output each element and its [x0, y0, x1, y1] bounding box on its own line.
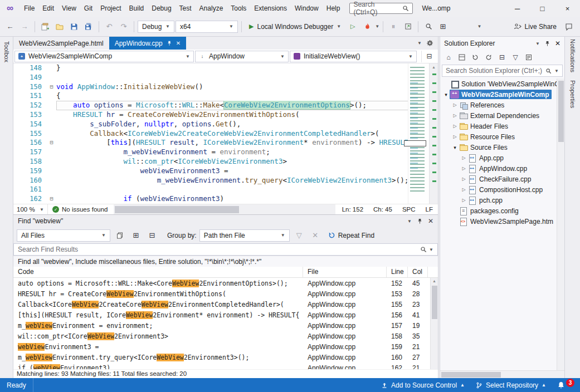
- pin-icon[interactable]: [544, 41, 550, 47]
- chevron-collapsed-icon[interactable]: ▷: [460, 198, 467, 203]
- menu-project[interactable]: Project: [96, 0, 125, 17]
- feedback-icon[interactable]: [562, 20, 576, 33]
- eol-indicator[interactable]: LF: [421, 206, 438, 213]
- save-icon[interactable]: [67, 20, 81, 33]
- code-line[interactable]: 161: [13, 185, 438, 194]
- close-panel-icon[interactable]: ✕: [428, 217, 433, 225]
- code-line[interactable]: 148}: [13, 63, 438, 73]
- break-all-icon[interactable]: ⏸: [387, 20, 400, 33]
- menu-build[interactable]: Build: [125, 0, 148, 17]
- tree-item[interactable]: ▷CheckFailure.cpp: [440, 174, 564, 184]
- filter-icon[interactable]: ▽: [510, 52, 520, 63]
- column-header-code[interactable]: Code: [13, 267, 303, 277]
- solution-explorer-horizontal-scrollbar[interactable]: [440, 370, 564, 378]
- solution-configuration-combo[interactable]: Debug▼: [138, 21, 174, 33]
- start-debugging-button[interactable]: ▶ Local Windows Debugger ▼: [245, 20, 345, 33]
- code-line[interactable]: 156⊟ [this](HRESULT result, ICoreWebView…: [13, 138, 438, 148]
- project-dropdown[interactable]: + WebView2SampleWinComp ▼: [14, 51, 194, 62]
- gear-icon[interactable]: [426, 40, 433, 47]
- find-result-row[interactable]: wil::com_ptr<ICoreWebView2Environment3>A…: [13, 331, 438, 341]
- attach-to-process-icon[interactable]: [401, 20, 415, 33]
- clear-results-icon[interactable]: ✕: [309, 229, 322, 242]
- chevron-collapsed-icon[interactable]: ▷: [451, 124, 459, 129]
- find-in-files-icon[interactable]: [422, 20, 435, 33]
- chevron-expanded-icon[interactable]: ▾: [442, 92, 450, 97]
- start-without-debugging-icon[interactable]: ▷: [346, 20, 359, 33]
- spaces-indicator[interactable]: SPC: [397, 206, 421, 213]
- tree-item[interactable]: ▾WebView2SampleWinComp: [440, 89, 564, 100]
- tree-item[interactable]: ▷App.cpp: [440, 153, 564, 163]
- fold-marker[interactable]: ⊟: [47, 194, 56, 204]
- tab-webview2samplepage[interactable]: WebView2SamplePage.html: [13, 37, 109, 50]
- issues-indicator[interactable]: ✓ No issues found: [48, 204, 112, 214]
- tree-item[interactable]: ▷Resource Files: [440, 131, 564, 142]
- chevron-expanded-icon[interactable]: ▾: [451, 145, 459, 150]
- chevron-collapsed-icon[interactable]: ▷: [460, 177, 467, 182]
- fold-marker[interactable]: ⊟: [47, 138, 56, 148]
- hot-reload-icon[interactable]: [360, 20, 374, 33]
- solution-explorer-vertical-scrollbar[interactable]: [557, 79, 564, 370]
- menu-edit[interactable]: Edit: [38, 0, 58, 17]
- tree-item[interactable]: ▷AppWindow.cpp: [440, 163, 564, 174]
- code-line[interactable]: 158 wil::com_ptr<ICoreWebView2Environmen…: [13, 157, 438, 166]
- tree-item[interactable]: ▷pch.cpp: [440, 195, 564, 205]
- code-line[interactable]: 157 m_webViewEnvironment = environment;: [13, 148, 438, 157]
- properties-icon[interactable]: [524, 52, 534, 63]
- maximize-button[interactable]: □: [530, 0, 555, 17]
- solution-platform-combo[interactable]: x64▼: [176, 21, 238, 33]
- sync-with-active-document-icon[interactable]: [470, 52, 480, 63]
- tree-item[interactable]: packages.config: [440, 205, 564, 216]
- find-result-row[interactable]: [this](HRESULT result, ICoreWebView2Envi…: [13, 310, 438, 320]
- refresh-icon[interactable]: [484, 52, 494, 63]
- menu-tools[interactable]: Tools: [227, 0, 250, 17]
- tree-item[interactable]: ▷References: [440, 100, 564, 110]
- minimize-button[interactable]: ─: [505, 0, 530, 17]
- redo-icon[interactable]: ↷: [117, 20, 130, 33]
- menu-debug[interactable]: Debug: [148, 0, 175, 17]
- chevron-collapsed-icon[interactable]: ▷: [460, 155, 467, 160]
- notifications-button[interactable]: 3: [552, 378, 580, 392]
- find-result-row[interactable]: m_webViewEnvironment = environment;AppWi…: [13, 320, 438, 331]
- solution-explorer-title-bar[interactable]: Solution Explorer ▼ ✕: [440, 37, 564, 50]
- undo-icon[interactable]: ↶: [103, 20, 116, 33]
- active-documents-dropdown-icon[interactable]: ▼: [417, 41, 422, 46]
- back-icon[interactable]: ⌂: [443, 52, 454, 63]
- menu-test[interactable]: Test: [176, 0, 196, 17]
- save-all-icon[interactable]: [82, 20, 95, 33]
- results-vertical-scrollbar[interactable]: ▲: [430, 278, 438, 369]
- pin-icon[interactable]: [417, 218, 423, 224]
- close-button[interactable]: ×: [555, 0, 580, 17]
- copy-results-icon[interactable]: [113, 229, 126, 242]
- chevron-collapsed-icon[interactable]: ▷: [451, 113, 459, 118]
- collapse-all-icon[interactable]: ⊟: [497, 52, 507, 63]
- code-line[interactable]: 162⊟ if (webViewEnvironment3): [13, 194, 438, 204]
- tree-item[interactable]: Solution 'WebView2SampleWinCo: [440, 79, 564, 89]
- find-result-row[interactable]: if (webViewEnvironment3)AppWindow.cpp162…: [13, 362, 438, 369]
- chevron-collapsed-icon[interactable]: ▷: [460, 187, 467, 192]
- code-line[interactable]: 154 s_subFolder, nullptr, options.Get(),: [13, 120, 438, 129]
- switch-views-icon[interactable]: [457, 52, 467, 63]
- menu-file[interactable]: File: [20, 0, 38, 17]
- tree-item[interactable]: ▷External Dependencies: [440, 110, 564, 121]
- tree-item[interactable]: ▷Header Files: [440, 121, 564, 131]
- live-share-button[interactable]: Live Share: [509, 20, 561, 33]
- chevron-collapsed-icon[interactable]: ▷: [460, 166, 467, 171]
- code-line[interactable]: 152 auto options = Microsoft::WRL::Make<…: [13, 101, 438, 110]
- find-result-row[interactable]: Callback<ICoreWebView2CreateCoreWebView2…: [13, 299, 438, 310]
- chevron-collapsed-icon[interactable]: ▷: [451, 102, 459, 107]
- select-repository-button[interactable]: Select Repository ▲: [470, 378, 552, 392]
- close-panel-icon[interactable]: ✕: [555, 40, 560, 47]
- column-header-col[interactable]: Col: [408, 267, 428, 277]
- find-result-row[interactable]: auto options = Microsoft::WRL::Make<Core…: [13, 278, 438, 288]
- split-window-icon[interactable]: ⊟: [421, 51, 437, 62]
- chevron-collapsed-icon[interactable]: ▷: [451, 134, 459, 139]
- menu-git[interactable]: Git: [80, 0, 96, 17]
- navigate-back-icon[interactable]: ←: [3, 20, 17, 33]
- window-position-icon[interactable]: ▼: [535, 41, 540, 46]
- column-header-line[interactable]: Line: [387, 267, 408, 277]
- properties-tab[interactable]: Properties: [569, 80, 576, 108]
- expand-all-icon[interactable]: ⊞: [129, 229, 143, 242]
- code-line[interactable]: 149: [13, 73, 438, 82]
- open-file-icon[interactable]: [53, 20, 66, 33]
- editor-vertical-scrollbar[interactable]: ▲: [429, 63, 438, 204]
